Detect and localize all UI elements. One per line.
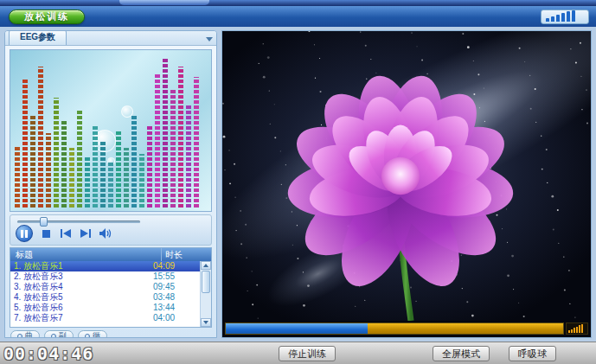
stop-button[interactable] — [39, 227, 53, 239]
track-duration: 04:09 — [150, 261, 200, 271]
track-title: 5. 放松音乐6 — [10, 303, 150, 313]
pause-button[interactable] — [16, 225, 33, 242]
eeg-player-panel: EEG参数 — [4, 30, 217, 338]
bottom-status-bar: 00:04:46 停止训练 全屏模式 呼吸球 — [0, 342, 596, 364]
column-title[interactable]: 标题 — [10, 248, 161, 261]
volume-button[interactable] — [99, 227, 112, 239]
track-duration: 09:45 — [150, 282, 200, 292]
spectrum-bar — [15, 145, 20, 208]
stop-icon — [42, 230, 50, 238]
pause-icon — [21, 230, 28, 238]
signal-bar — [546, 18, 549, 22]
spectrum-bar — [186, 104, 191, 208]
stop-training-button[interactable]: 停止训练 — [279, 346, 336, 361]
track-title: 1. 放松音乐1 — [10, 261, 150, 271]
scrollbar-track[interactable] — [201, 294, 211, 318]
relaxation-training-title-button[interactable]: 放松训练 — [9, 10, 85, 24]
play-mode-buttons: 曲副循 — [5, 328, 216, 338]
signal-strength-icon — [541, 10, 589, 24]
spectrum-bar — [100, 141, 106, 208]
spectrum-bar — [131, 115, 137, 208]
playlist-header: 标题 时长 — [10, 248, 211, 261]
mode-dot-icon — [17, 334, 22, 339]
spectrum-bar — [30, 115, 35, 208]
mode-label: 副 — [59, 330, 67, 338]
next-icon — [80, 229, 91, 238]
spectrum-bar — [163, 59, 168, 208]
tab-dropdown-icon[interactable] — [206, 37, 213, 42]
mini-equalizer-icon — [566, 322, 588, 335]
titlebar-gloss — [119, 0, 209, 5]
progress-fill — [226, 323, 368, 334]
progress-track[interactable] — [225, 322, 564, 335]
scroll-up-button[interactable] — [201, 261, 211, 270]
previous-icon — [61, 229, 71, 238]
track-duration: 04:00 — [150, 313, 200, 323]
signal-bar — [556, 15, 560, 22]
playback-progress-bar[interactable] — [225, 322, 588, 335]
track-duration: 13:44 — [150, 303, 200, 313]
arrow-up-icon — [203, 264, 208, 267]
scrollbar-thumb[interactable] — [202, 271, 210, 293]
spectrum-bar — [61, 121, 67, 208]
spectrum-bar — [54, 98, 59, 208]
play-mode-button[interactable]: 循 — [78, 330, 107, 338]
spectrum-bar — [46, 133, 51, 208]
next-track-button[interactable] — [79, 227, 93, 239]
arrow-down-icon — [203, 321, 208, 324]
spectrum-bar — [108, 163, 113, 208]
speaker-icon — [99, 228, 112, 239]
music-playlist: 标题 时长 1. 放松音乐104:092. 放松音乐315:553. 放松音乐4… — [10, 247, 212, 328]
track-title: 3. 放松音乐4 — [10, 282, 150, 292]
playlist-row[interactable]: 7. 放松音乐704:00 — [10, 313, 200, 323]
spectrum-bar — [155, 73, 160, 208]
track-title: 4. 放松音乐5 — [10, 292, 150, 303]
spectrum-bar — [170, 88, 176, 208]
scroll-down-button[interactable] — [201, 318, 211, 327]
spectrum-bar — [139, 154, 144, 208]
playlist-rows: 1. 放松音乐104:092. 放松音乐315:553. 放松音乐409:454… — [10, 261, 200, 327]
spectrum-bar — [22, 80, 28, 208]
signal-bar — [567, 11, 570, 22]
main-content: EEG参数 — [0, 27, 596, 342]
play-mode-button[interactable]: 副 — [44, 330, 74, 338]
track-title: 2. 放松音乐3 — [10, 271, 150, 282]
mode-dot-icon — [51, 334, 56, 339]
mode-label: 循 — [93, 330, 100, 338]
tab-eeg-params[interactable]: EEG参数 — [9, 30, 67, 45]
track-duration: 03:48 — [150, 292, 200, 303]
play-mode-button[interactable]: 曲 — [10, 330, 40, 338]
track-duration: 15:55 — [150, 271, 200, 282]
session-timer: 00:04:46 — [3, 343, 93, 364]
column-duration[interactable]: 时长 — [161, 248, 211, 261]
signal-bar — [572, 10, 575, 22]
playlist-row[interactable]: 3. 放松音乐409:45 — [10, 282, 200, 292]
playlist-scrollbar[interactable] — [200, 261, 211, 327]
spectrum-bar — [124, 148, 129, 208]
spectrum-bar — [194, 77, 199, 208]
spectrum-bar — [77, 109, 82, 208]
breathing-ball-button[interactable]: 呼吸球 — [509, 346, 556, 361]
media-display-panel — [221, 30, 592, 338]
spectrum-bar — [116, 131, 121, 208]
mode-label: 曲 — [25, 330, 33, 338]
playlist-row[interactable]: 5. 放松音乐613:44 — [10, 303, 200, 313]
spectrum-bar — [93, 125, 98, 208]
seek-slider[interactable] — [17, 220, 140, 223]
playlist-row[interactable]: 4. 放松音乐503:48 — [10, 292, 200, 303]
spectrum-bar — [69, 148, 74, 208]
signal-bar — [561, 13, 565, 22]
playlist-row[interactable]: 2. 放松音乐315:55 — [10, 271, 200, 282]
spectrum-bar — [178, 67, 183, 208]
window-titlebar — [0, 0, 596, 6]
mode-dot-icon — [85, 334, 90, 339]
playlist-row[interactable]: 1. 放松音乐104:09 — [10, 261, 200, 271]
track-title: 7. 放松音乐7 — [10, 313, 150, 323]
tab-strip: EEG参数 — [5, 31, 216, 46]
eeg-spectrum-visualizer — [10, 49, 212, 212]
lotus-space-image — [222, 31, 591, 321]
signal-bar — [551, 16, 554, 22]
fullscreen-mode-button[interactable]: 全屏模式 — [433, 346, 490, 361]
spectrum-bar — [147, 125, 152, 208]
previous-track-button[interactable] — [59, 227, 73, 239]
